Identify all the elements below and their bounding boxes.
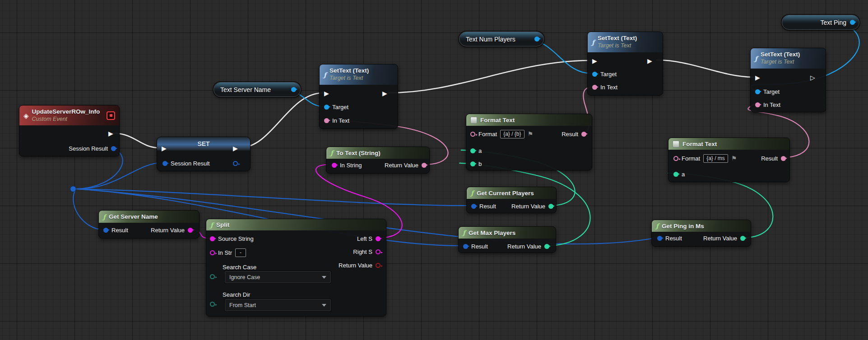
return-value-pin[interactable]: Return Value bbox=[511, 202, 553, 210]
exec-out-pin[interactable]: ▶ bbox=[647, 57, 652, 64]
arg-b-pin[interactable]: b bbox=[470, 160, 482, 167]
result-pin[interactable]: Result bbox=[103, 226, 128, 234]
wire-exec-settext1-to-settext2 bbox=[388, 60, 592, 93]
session-result-in-pin[interactable]: Session Result bbox=[162, 160, 210, 167]
node-subtitle: Custom Event bbox=[32, 116, 100, 123]
function-icon: ƒ bbox=[330, 150, 333, 156]
node-to-text-string[interactable]: ƒ To Text (String) In String Return Valu… bbox=[326, 147, 430, 174]
variable-out-pin[interactable] bbox=[850, 20, 855, 25]
result-pin[interactable]: Result bbox=[562, 130, 586, 138]
exec-out-pin[interactable]: ▶ bbox=[233, 145, 238, 152]
function-icon: ƒ bbox=[463, 230, 465, 236]
localize-flag-icon[interactable]: ⚑ bbox=[731, 155, 737, 162]
search-case-dropdown[interactable]: Ignore Case bbox=[224, 271, 331, 284]
node-set-session-result[interactable]: SET ▶ ▶ Session Result bbox=[157, 137, 251, 171]
right-s-pin[interactable]: Right S bbox=[353, 248, 381, 255]
node-settext-2[interactable]: ƒ SetText (Text) Target is Text ▶ ▶ Targ… bbox=[587, 32, 663, 96]
event-stop-icon[interactable] bbox=[107, 111, 115, 120]
exec-in-pin[interactable]: ▶ bbox=[324, 90, 329, 97]
format-pin[interactable]: Format {a} / ms ⚑ bbox=[673, 155, 737, 162]
node-settext-1[interactable]: ƒ SetText (Text) Target is Text ▶ ▶ Targ… bbox=[319, 64, 398, 129]
in-text-pin[interactable]: In Text bbox=[324, 117, 349, 124]
arg-a-pin[interactable]: a bbox=[673, 170, 685, 178]
search-case-label: Search Case bbox=[223, 264, 256, 271]
in-text-pin[interactable]: In Text bbox=[755, 101, 780, 108]
exec-out-pin[interactable]: ▶ bbox=[382, 90, 387, 97]
node-get-text-ping[interactable]: Text Ping bbox=[782, 15, 859, 30]
node-get-current-players[interactable]: ƒ Get Current Players Result Return Valu… bbox=[466, 187, 557, 213]
format-value-input[interactable]: {a} / {b} bbox=[500, 130, 524, 138]
variable-out-pin[interactable] bbox=[534, 37, 539, 41]
return-value-pin[interactable]: Return Value bbox=[703, 234, 745, 242]
chevron-down-icon bbox=[322, 304, 326, 307]
exec-in-pin[interactable]: ▶ bbox=[592, 57, 597, 64]
result-pin[interactable]: Result bbox=[657, 234, 682, 242]
function-icon: ƒ bbox=[755, 55, 757, 62]
function-icon: ƒ bbox=[471, 190, 473, 196]
source-string-pin[interactable]: Source String bbox=[210, 235, 254, 242]
custom-event-icon: ◈ bbox=[23, 112, 29, 119]
node-get-text-server-name[interactable]: Text Server Name bbox=[214, 82, 301, 97]
format-text-icon bbox=[470, 117, 477, 124]
left-s-pin[interactable]: Left S bbox=[357, 235, 381, 242]
result-pin[interactable]: Result bbox=[463, 243, 488, 250]
node-title: UpdateServerROw_Info bbox=[32, 108, 100, 116]
target-pin[interactable]: Target bbox=[592, 70, 617, 78]
wire-exec-set-to-settext1 bbox=[239, 93, 323, 148]
node-format-text-2[interactable]: Format Text Format {a} / ms ⚑ Result a bbox=[668, 138, 790, 182]
target-pin[interactable]: Target bbox=[324, 103, 348, 110]
return-value-pin[interactable]: Return Value bbox=[385, 161, 427, 169]
result-pin[interactable]: Result bbox=[471, 202, 496, 210]
exec-out-pin[interactable]: ▶ bbox=[108, 130, 113, 137]
node-split[interactable]: ƒ Split Source String Left S In Str - Ri… bbox=[206, 219, 386, 317]
in-str-pin[interactable]: In Str - bbox=[210, 249, 246, 256]
wire-reroute-to-set bbox=[77, 163, 162, 189]
return-value-pin[interactable]: Return Value bbox=[507, 243, 549, 250]
node-get-ping-in-ms[interactable]: ƒ Get Ping in Ms Result Return Value bbox=[651, 220, 751, 247]
in-string-pin[interactable]: In String bbox=[332, 161, 362, 169]
result-pin[interactable]: Result bbox=[761, 155, 786, 162]
function-icon: ƒ bbox=[103, 214, 106, 220]
function-icon: ƒ bbox=[592, 39, 594, 46]
exec-in-pin[interactable]: ▶ bbox=[755, 74, 760, 81]
function-icon: ƒ bbox=[210, 222, 213, 228]
node-settext-3[interactable]: ƒ SetText (Text) Target is Text ▶ ▷ Targ… bbox=[750, 48, 826, 112]
format-pin[interactable]: Format {a} / {b} ⚑ bbox=[470, 130, 533, 138]
node-get-max-players[interactable]: ƒ Get Max Players Result Return Value bbox=[458, 226, 556, 253]
node-update-server-row-info[interactable]: ◈ UpdateServerROw_Info Custom Event ▶ Se… bbox=[19, 105, 120, 156]
arg-a-pin[interactable]: a bbox=[470, 147, 482, 154]
format-value-input[interactable]: {a} / ms bbox=[703, 154, 728, 163]
search-case-pin[interactable] bbox=[210, 273, 215, 280]
function-icon: ƒ bbox=[656, 223, 659, 229]
search-dir-dropdown[interactable]: From Start bbox=[224, 299, 331, 312]
exec-out-pin[interactable]: ▷ bbox=[810, 74, 815, 81]
chevron-down-icon bbox=[322, 276, 326, 279]
set-value-out-pin[interactable] bbox=[233, 160, 238, 167]
node-get-server-name[interactable]: ƒ Get Server Name Result Return Value bbox=[98, 210, 200, 239]
in-str-input[interactable]: - bbox=[235, 248, 246, 257]
node-get-text-num-players[interactable]: Text Num Players bbox=[459, 32, 544, 46]
return-value-pin[interactable]: Return Value bbox=[151, 226, 193, 234]
wire-reroute-to-get-current-players bbox=[77, 189, 470, 206]
wire-exec-settext2-to-settext3 bbox=[657, 60, 753, 77]
session-result-out-pin[interactable]: Session Result bbox=[69, 145, 116, 152]
reroute-node[interactable] bbox=[70, 186, 76, 192]
node-format-text-1[interactable]: Format Text Format {a} / {b} ⚑ Result a … bbox=[466, 114, 592, 170]
function-icon: ƒ bbox=[324, 72, 326, 78]
in-text-pin[interactable]: In Text bbox=[592, 83, 617, 91]
target-pin[interactable]: Target bbox=[755, 88, 780, 95]
return-value-pin[interactable]: Return Value bbox=[339, 262, 381, 269]
format-text-icon bbox=[673, 141, 679, 147]
variable-out-pin[interactable] bbox=[291, 87, 296, 92]
localize-flag-icon[interactable]: ⚑ bbox=[528, 130, 534, 138]
search-dir-pin[interactable] bbox=[210, 300, 215, 308]
search-dir-label: Search Dir bbox=[223, 291, 250, 298]
blueprint-graph-canvas[interactable]: { "colors": { "background": "#2b2b2b", "… bbox=[0, 0, 868, 340]
exec-in-pin[interactable]: ▶ bbox=[162, 145, 167, 152]
